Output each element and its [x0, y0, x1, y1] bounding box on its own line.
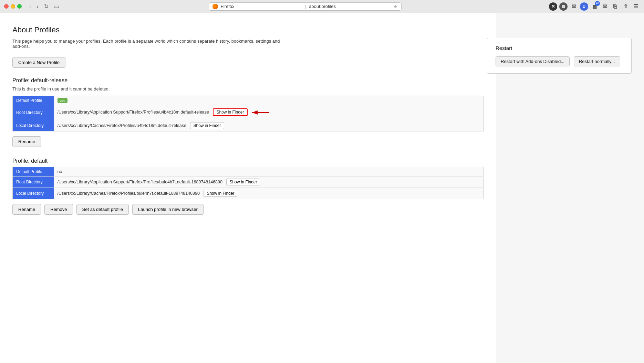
- restart-box: Restart Restart with Add-ons Disabled...…: [487, 38, 632, 74]
- profile-1-notice: This is the profile in use and it cannot…: [12, 86, 484, 92]
- root-dir-path-1: /Users/xc/Library/Application Support/Fi…: [58, 110, 209, 115]
- default-profile-label-2: Default Profile: [13, 167, 54, 177]
- extensions-badge: 42: [595, 1, 600, 6]
- minimize-button[interactable]: [11, 4, 15, 9]
- table-row: Default Profile no: [13, 167, 484, 177]
- address-bar[interactable]: Firefox | about:profiles ★: [209, 2, 402, 11]
- restart-title: Restart: [496, 45, 623, 51]
- table-row: Root Directory /Users/xc/Library/Applica…: [13, 177, 484, 188]
- profile-2-actions: Rename Remove Set as default profile Lau…: [12, 204, 484, 215]
- screen-icon[interactable]: ⎘: [611, 2, 619, 11]
- root-dir-path-2: /Users/xc/Library/Application Support/Fi…: [58, 180, 222, 184]
- show-in-finder-local-2[interactable]: Show in Finder: [204, 190, 237, 197]
- profile-1-actions: Rename: [12, 136, 484, 147]
- arrow-annotation: [249, 107, 276, 118]
- menu-icon[interactable]: ☰: [632, 2, 640, 11]
- profile-section-2: Profile: default Default Profile no Root…: [12, 158, 484, 215]
- local-dir-value-1: /Users/xc/Library/Caches/Firefox/Profile…: [54, 120, 484, 131]
- restart-buttons: Restart with Add-ons Disabled... Restart…: [496, 56, 623, 66]
- bookmark-icon[interactable]: ★: [393, 4, 398, 9]
- x-icon[interactable]: ✕: [549, 2, 557, 11]
- root-dir-value-2: /Users/xc/Library/Application Support/Fi…: [54, 177, 484, 188]
- address-bar-container: Firefox | about:profiles ★: [64, 2, 546, 11]
- remove-button[interactable]: Remove: [44, 204, 73, 215]
- show-in-finder-root-2[interactable]: Show in Finder: [226, 179, 260, 185]
- maximize-button[interactable]: [17, 4, 22, 9]
- local-dir-path-2: /Users/xc/Library/Caches/Firefox/Profile…: [58, 191, 200, 196]
- set-default-button[interactable]: Set as default profile: [76, 204, 129, 215]
- extensions-badge-icon[interactable]: ▩ 42: [590, 2, 599, 11]
- yes-badge: yes: [58, 98, 67, 103]
- profile-1-name: Profile: default-release: [12, 77, 484, 84]
- back-button[interactable]: ‹: [27, 2, 33, 10]
- default-profile-label-1: Default Profile: [13, 96, 54, 105]
- page-description: This page helps you to manage your profi…: [12, 39, 281, 49]
- share-icon[interactable]: ⇧: [621, 2, 630, 11]
- table-row: Local Directory /Users/xc/Library/Caches…: [13, 120, 484, 131]
- restart-addons-button[interactable]: Restart with Add-ons Disabled...: [496, 56, 570, 66]
- default-profile-value-2: no: [54, 167, 484, 177]
- page-title: About Profiles: [12, 25, 484, 34]
- root-dir-label-1: Root Directory: [13, 105, 54, 120]
- mail-icon[interactable]: ✉: [601, 2, 609, 11]
- local-dir-label-2: Local Directory: [13, 188, 54, 199]
- create-new-profile-button[interactable]: Create a New Profile: [12, 57, 65, 68]
- close-button[interactable]: [4, 4, 9, 9]
- default-profile-value-1: yes: [54, 96, 484, 105]
- toolbar-right: ✕ ▤ ✉ U ▩ 42 ✉ ⎘ ⇧ ☰: [549, 2, 640, 11]
- forward-button[interactable]: ›: [34, 2, 40, 10]
- firefox-icon: [212, 4, 218, 9]
- profile-2-name: Profile: default: [12, 158, 484, 164]
- root-dir-label-2: Root Directory: [13, 177, 54, 188]
- traffic-lights: [4, 4, 22, 9]
- table-row: Default Profile yes: [13, 96, 484, 105]
- notifications-icon[interactable]: ✉: [570, 2, 578, 11]
- shield-icon[interactable]: U: [580, 2, 588, 11]
- table-row: Local Directory /Users/xc/Library/Caches…: [13, 188, 484, 199]
- launch-profile-button[interactable]: Launch profile in new browser: [132, 204, 204, 215]
- sidebar-button[interactable]: ▭: [52, 2, 61, 10]
- local-dir-value-2: /Users/xc/Library/Caches/Firefox/Profile…: [54, 188, 484, 199]
- show-in-finder-local-1[interactable]: Show in Finder: [190, 122, 224, 129]
- nav-buttons: ‹ › ↻ ▭: [27, 2, 61, 10]
- profile-2-table: Default Profile no Root Directory /Users…: [12, 167, 484, 199]
- root-dir-value-1: /Users/xc/Library/Application Support/Fi…: [54, 105, 484, 120]
- table-row: Root Directory /Users/xc/Library/Applica…: [13, 105, 484, 120]
- titlebar: ‹ › ↻ ▭ Firefox | about:profiles ★ ✕ ▤ ✉…: [0, 0, 644, 13]
- profile-section-1: Profile: default-release This is the pro…: [12, 77, 484, 147]
- show-in-finder-root-1[interactable]: Show in Finder: [213, 108, 247, 116]
- url-text: about:profiles: [309, 4, 391, 9]
- local-dir-label-1: Local Directory: [13, 120, 54, 131]
- rename-button-2[interactable]: Rename: [12, 204, 41, 215]
- reload-button[interactable]: ↻: [42, 2, 51, 10]
- rename-button-1[interactable]: Rename: [12, 136, 41, 147]
- restart-normal-button[interactable]: Restart normally...: [574, 56, 620, 66]
- extensions-icon[interactable]: ▤: [559, 2, 568, 11]
- browser-name-label: Firefox: [221, 4, 302, 9]
- url-separator: |: [305, 4, 306, 9]
- profile-1-table: Default Profile yes Root Directory /User…: [12, 96, 484, 131]
- main-content: About Profiles This page helps you to ma…: [0, 13, 496, 363]
- local-dir-path-1: /Users/xc/Library/Caches/Firefox/Profile…: [58, 123, 186, 128]
